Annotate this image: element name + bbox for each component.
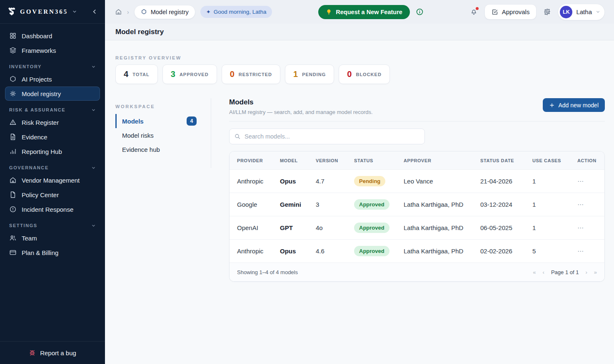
cell-provider: Google bbox=[237, 201, 280, 208]
search-models-input[interactable] bbox=[229, 129, 425, 144]
cell-status-date: 06-05-2025 bbox=[480, 224, 532, 231]
stat-card-blocked: 0 BLOCKED bbox=[339, 64, 390, 84]
chevron-down-icon bbox=[91, 64, 96, 69]
sidebar-item-ai-projects[interactable]: AI Projects bbox=[5, 72, 100, 86]
report-a-bug-button[interactable]: Report a bug bbox=[0, 341, 105, 364]
chevron-down-icon bbox=[91, 108, 96, 112]
cell-model: GPT bbox=[280, 224, 316, 231]
sidebar-item-evidence[interactable]: Evidence bbox=[5, 130, 100, 144]
workspace-item-models[interactable]: Models 4 bbox=[115, 114, 211, 128]
stat-card-approved: 3 APPROVED bbox=[162, 64, 217, 84]
page-title: Model registry bbox=[115, 28, 164, 36]
cell-provider: Anthropic bbox=[237, 178, 280, 185]
chevron-down-icon bbox=[91, 223, 96, 228]
row-actions-ellipsis-icon[interactable]: ⋯ bbox=[577, 178, 604, 185]
workspace-item-label: Models bbox=[122, 118, 144, 125]
approvals-button[interactable]: Approvals bbox=[484, 4, 537, 20]
stat-value: 1 bbox=[293, 69, 298, 79]
table-row: OpenAI GPT 4o Approved Latha Karthigaa, … bbox=[230, 216, 604, 240]
report-a-bug-label: Report a bug bbox=[40, 349, 76, 357]
row-actions-ellipsis-icon[interactable]: ⋯ bbox=[577, 201, 604, 208]
first-page-icon[interactable]: « bbox=[533, 269, 536, 275]
workspace-and-panel: WORKSPACE Models 4 Model risks Evidence … bbox=[115, 98, 605, 282]
chevron-down-icon bbox=[596, 10, 600, 14]
topbar-center: Request a New Feature bbox=[318, 5, 424, 19]
sidebar-item-label: Team bbox=[22, 235, 37, 242]
sidebar-item-label: Plan & Billing bbox=[22, 249, 58, 256]
stat-card-restricted: 0 RESTRICTED bbox=[222, 64, 280, 84]
row-actions-ellipsis-icon[interactable]: ⋯ bbox=[577, 248, 604, 255]
cell-status-date: 03-12-2024 bbox=[480, 201, 532, 208]
info-icon[interactable] bbox=[416, 8, 424, 16]
workspace-list: Models 4 Model risks Evidence hub bbox=[115, 114, 211, 156]
cell-status-date: 21-04-2026 bbox=[480, 178, 532, 185]
column-header-action: Action bbox=[577, 158, 604, 163]
sidebar-item-label: Dashboard bbox=[22, 32, 52, 40]
file-text-icon bbox=[9, 133, 17, 141]
sidebar-item-label: AI Projects bbox=[22, 76, 52, 83]
workspace-item-label: Evidence hub bbox=[122, 146, 160, 153]
panel-divider bbox=[229, 121, 605, 121]
home-breadcrumb-icon[interactable] bbox=[115, 8, 122, 15]
sidebar-item-incident-response[interactable]: Incident Response bbox=[5, 202, 100, 216]
sidebar-section-inventory[interactable]: INVENTORY bbox=[5, 58, 100, 72]
brand-name: GOVERN365 bbox=[20, 8, 68, 15]
page-title-band: Model registry bbox=[105, 24, 614, 40]
add-new-model-label: Add new model bbox=[558, 102, 599, 109]
sidebar-item-policy-center[interactable]: Policy Center bbox=[5, 188, 100, 202]
checkbox-check-icon bbox=[492, 9, 498, 15]
sidebar-item-dashboard[interactable]: Dashboard bbox=[5, 29, 100, 43]
search-models bbox=[229, 129, 425, 144]
layers-icon bbox=[9, 47, 17, 54]
stat-label: APPROVED bbox=[180, 72, 209, 77]
sidebar-item-frameworks[interactable]: Frameworks bbox=[5, 43, 100, 57]
table-row: Google Gemini 3 Approved Latha Karthigaa… bbox=[230, 193, 604, 216]
add-new-model-button[interactable]: Add new model bbox=[543, 98, 605, 112]
last-page-icon[interactable]: » bbox=[594, 269, 597, 275]
sidebar-item-label: Frameworks bbox=[22, 47, 56, 54]
bug-icon bbox=[29, 349, 36, 357]
users-icon bbox=[9, 234, 17, 242]
sidebar-item-risk-register[interactable]: Risk Register bbox=[5, 115, 100, 129]
models-panel: Models AI/LLM registry — search, add, an… bbox=[229, 98, 605, 282]
sidebar-item-label: Risk Register bbox=[22, 119, 59, 126]
next-page-icon[interactable]: › bbox=[585, 269, 587, 275]
sidebar: GOVERN365 Dashboard Frameworks INVENTORY bbox=[0, 0, 105, 364]
sun-icon bbox=[9, 90, 17, 97]
brand-chevron-down-icon[interactable] bbox=[72, 9, 77, 14]
stat-label: BLOCKED bbox=[356, 72, 381, 77]
stat-label: RESTRICTED bbox=[239, 72, 272, 77]
pagination: « ‹ Page 1 of 1 › » bbox=[533, 269, 597, 275]
sidebar-item-vendor-management[interactable]: Vendor Management bbox=[5, 173, 100, 187]
stat-value: 0 bbox=[230, 69, 235, 79]
column-header-version: Version bbox=[316, 158, 354, 163]
sidebar-item-team[interactable]: Team bbox=[5, 231, 100, 245]
row-actions-ellipsis-icon[interactable]: ⋯ bbox=[577, 224, 604, 232]
sidebar-section-governance[interactable]: GOVERNANCE bbox=[5, 159, 100, 173]
bar-chart-icon bbox=[9, 148, 17, 155]
sidebar-item-reporting-hub[interactable]: Reporting Hub bbox=[5, 144, 100, 158]
sidebar-logo-row: GOVERN365 bbox=[0, 0, 105, 24]
cell-version: 3 bbox=[316, 201, 354, 208]
topbar-right: Approvals LK Latha bbox=[470, 4, 605, 20]
sidebar-section-settings[interactable]: SETTINGS bbox=[5, 217, 100, 231]
page-indicator: Page 1 of 1 bbox=[551, 269, 579, 275]
sidebar-item-model-registry[interactable]: Model registry bbox=[5, 87, 100, 101]
cell-approver: Latha Karthigaa, PhD bbox=[404, 248, 480, 255]
request-feature-button[interactable]: Request a New Feature bbox=[318, 5, 410, 19]
cell-use-cases: 1 bbox=[532, 201, 577, 208]
previous-page-icon[interactable]: ‹ bbox=[543, 269, 544, 275]
workspace-item-evidence-hub[interactable]: Evidence hub bbox=[115, 142, 211, 156]
settings-gear-icon[interactable] bbox=[543, 8, 551, 16]
credit-card-icon bbox=[9, 249, 17, 256]
column-header-status-date: Status date bbox=[480, 158, 532, 163]
workspace-label: WORKSPACE bbox=[115, 104, 211, 109]
workspace-item-model-risks[interactable]: Model risks bbox=[115, 128, 211, 142]
sidebar-section-risk-assurance[interactable]: RISK & ASSURANCE bbox=[5, 101, 100, 115]
breadcrumb-page-chip[interactable]: Model registry bbox=[134, 5, 195, 19]
sidebar-item-plan-billing[interactable]: Plan & Billing bbox=[5, 245, 100, 260]
sidebar-collapse-icon[interactable] bbox=[92, 9, 97, 15]
user-menu[interactable]: LK Latha bbox=[558, 4, 605, 20]
models-panel-header: Models AI/LLM registry — search, add, an… bbox=[229, 98, 605, 115]
notifications-bell-icon[interactable] bbox=[470, 8, 478, 16]
